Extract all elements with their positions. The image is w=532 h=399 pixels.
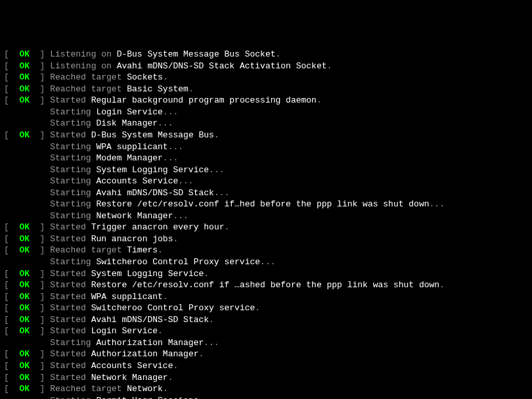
boot-log-line: [ OK ] Started Restore /etc/resolv.conf … — [4, 279, 528, 291]
status-bracket-close: ] — [30, 315, 50, 325]
log-tail: ... — [168, 142, 183, 152]
log-action: Started — [50, 269, 91, 279]
status-bracket-close: ] — [30, 280, 50, 290]
boot-log-line: [ OK ] Started Regular background progra… — [4, 95, 528, 106]
log-action: Started — [50, 222, 91, 232]
status-bracket-close: ] — [30, 222, 50, 232]
status-bracket-open: [ — [4, 303, 19, 313]
log-subject: Permit User Sessions — [96, 396, 198, 399]
boot-log-line: [ OK ] Started Accounts Service. — [4, 360, 528, 372]
log-tail: . — [163, 292, 168, 302]
status-bracket-close: ] — [30, 373, 50, 383]
status-bracket-close: ] — [30, 130, 50, 140]
log-subject: Restore /etc/resolv.conf if …ashed befor… — [91, 280, 440, 290]
boot-log-line: [ OK ] Started D-Bus System Message Bus. — [4, 129, 528, 141]
log-action: Starting — [50, 107, 96, 117]
status-ok: OK — [19, 234, 30, 244]
log-subject: Network — [127, 384, 163, 394]
status-bracket-open: [ — [4, 269, 19, 279]
log-subject: Avahi mDNS/DNS-SD Stack — [91, 315, 209, 325]
indent-spacer — [4, 118, 50, 129]
log-action: Started — [50, 280, 91, 290]
status-bracket-close: ] — [30, 95, 50, 105]
status-bracket-open: [ — [4, 245, 19, 255]
log-subject: Network Manager — [96, 211, 173, 221]
status-bracket-open: [ — [4, 72, 19, 82]
log-tail: . — [209, 315, 214, 325]
log-tail: . — [439, 280, 445, 290]
status-bracket-open: [ — [4, 326, 19, 336]
status-ok: OK — [19, 95, 30, 105]
indent-spacer — [4, 256, 50, 268]
log-tail: ... — [204, 338, 219, 348]
log-tail: . — [317, 95, 322, 105]
status-ok: OK — [19, 315, 30, 325]
log-tail: ... — [209, 165, 224, 175]
boot-log-line: [ OK ] Started Trigger anacron every hou… — [4, 222, 528, 233]
log-tail: . — [255, 303, 260, 313]
status-ok: OK — [19, 245, 30, 255]
boot-log-line: Starting Modem Manager... — [4, 153, 528, 164]
log-tail: . — [163, 384, 168, 394]
log-subject: Switcheroo Control Proxy service — [96, 257, 260, 267]
log-subject: WPA supplicant — [91, 292, 163, 302]
log-subject: Authorization Manager — [91, 349, 199, 359]
log-tail: ... — [163, 107, 178, 117]
status-ok: OK — [19, 222, 30, 232]
log-tail: ... — [198, 396, 213, 399]
status-bracket-close: ] — [30, 245, 50, 255]
log-action: Started — [50, 234, 91, 244]
log-tail: . — [158, 245, 163, 255]
status-ok: OK — [19, 292, 30, 302]
boot-log-line: Starting Restore /etc/resolv.conf if…hed… — [4, 199, 528, 210]
status-bracket-open: [ — [4, 95, 19, 105]
boot-log-line: Starting Accounts Service... — [4, 176, 528, 187]
log-tail: . — [225, 222, 230, 232]
status-ok: OK — [19, 84, 30, 94]
log-action: Started — [50, 130, 91, 140]
status-bracket-open: [ — [4, 349, 19, 359]
log-action: Started — [50, 95, 91, 105]
log-tail: . — [214, 130, 219, 140]
log-tail: ... — [260, 257, 275, 267]
status-bracket-close: ] — [30, 61, 50, 71]
status-bracket-close: ] — [30, 349, 50, 359]
log-tail: . — [188, 84, 194, 94]
log-action: Starting — [50, 199, 96, 209]
boot-log-line: [ OK ] Started System Logging Service. — [4, 268, 528, 280]
status-bracket-open: [ — [4, 61, 19, 71]
log-action: Started — [50, 315, 91, 325]
log-subject: System Logging Service — [96, 165, 209, 175]
status-ok: OK — [19, 49, 30, 59]
boot-log-line: [ OK ] Reached target Network. — [4, 383, 528, 395]
log-tail: . — [204, 269, 209, 279]
status-ok: OK — [19, 373, 30, 383]
boot-log-line: [ OK ] Started Avahi mDNS/DNS-SD Stack. — [4, 314, 528, 326]
log-subject: Avahi mDNS/DNS-SD Stack Activation Socke… — [117, 61, 327, 71]
boot-log-line: [ OK ] Listening on Avahi mDNS/DNS-SD St… — [4, 60, 528, 72]
log-action: Started — [50, 292, 91, 302]
log-action: Reached target — [50, 384, 127, 394]
status-ok: OK — [19, 361, 30, 371]
log-action: Starting — [50, 153, 96, 163]
status-bracket-open: [ — [4, 315, 19, 325]
indent-spacer — [4, 141, 50, 153]
boot-log-line: Starting Switcheroo Control Proxy servic… — [4, 256, 528, 268]
log-action: Started — [50, 361, 91, 371]
status-ok: OK — [19, 280, 30, 290]
log-tail: . — [173, 361, 178, 371]
boot-log-line: [ OK ] Started WPA supplicant. — [4, 291, 528, 303]
log-action: Starting — [50, 188, 96, 198]
status-ok: OK — [19, 349, 30, 359]
log-action: Started — [50, 373, 91, 383]
status-ok: OK — [19, 61, 30, 71]
boot-log-line: Starting Login Service... — [4, 106, 528, 118]
log-tail: . — [327, 61, 332, 71]
log-tail: ... — [163, 153, 178, 163]
log-action: Starting — [50, 211, 96, 221]
log-action: Started — [50, 303, 91, 313]
indent-spacer — [4, 199, 50, 210]
log-tail: ... — [430, 199, 445, 209]
log-subject: Disk Manager — [96, 118, 158, 128]
boot-log-output: [ OK ] Listening on D-Bus System Message… — [4, 49, 528, 399]
